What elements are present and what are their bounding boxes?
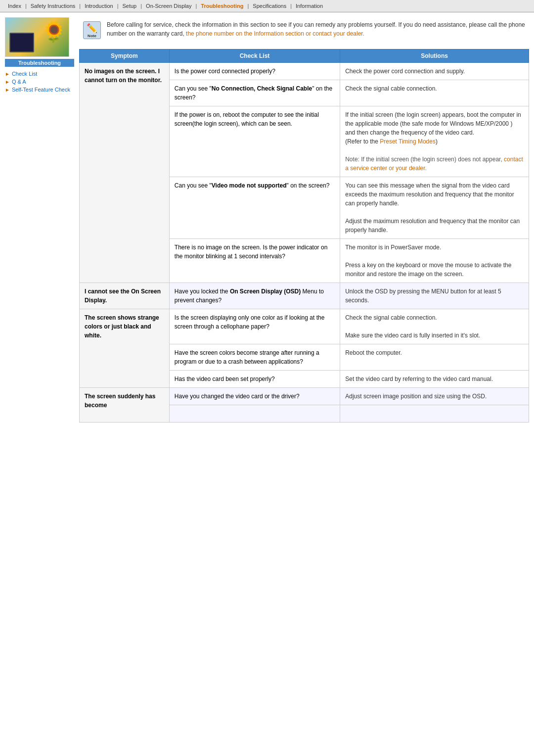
nav-item-osd[interactable]: On-Screen Display [142, 2, 195, 10]
sidebar-nav-item-selftest[interactable]: ► Self-Test Feature Check [5, 87, 74, 93]
arrow-icon-checklist: ► [5, 71, 10, 77]
solution-cell-2-1: Unlock the OSD by pressing the MENU butt… [340, 283, 529, 309]
checklist-cell-2-1: Have you locked the On Screen Display (O… [169, 283, 340, 309]
checklist-cell-1-3: If the power is on, reboot the computer … [169, 106, 340, 177]
solution-cell-4-2 [340, 405, 529, 423]
solution-cell-1-5: The monitor is in PowerSaver mode. Press… [340, 239, 529, 283]
monitor-decorative [9, 33, 34, 52]
checklist-cell-4-1: Have you changed the video card or the d… [169, 388, 340, 405]
sidebar-nav: ► Check List ► Q & A ► Self-Test Feature… [5, 71, 74, 93]
table-row: The screen suddenly has become Have you … [80, 388, 529, 405]
arrow-icon-selftest: ► [5, 87, 10, 93]
sidebar-nav-item-qa[interactable]: ► Q & A [5, 79, 74, 85]
sidebar-label: Troubleshooting [5, 59, 74, 67]
solution-cell-4-1: Adjust screen image position and size us… [340, 388, 529, 405]
pencil-icon: ✏️ [87, 23, 97, 34]
table-row: The screen shows strange colors or just … [80, 309, 529, 344]
table-header-row: Symptom Check List Solutions [80, 49, 529, 63]
nav-item-info[interactable]: Information [292, 2, 327, 10]
solution-cell-1-1: Check the power cord connection and supp… [340, 63, 529, 80]
note-inline-1: Note: If the initial screen (the login s… [345, 156, 523, 172]
bold-text-3: On Screen Display (OSD) [230, 288, 301, 295]
solution-cell-3-1: Check the signal cable connection. Make … [340, 309, 529, 344]
checklist-cell-3-1: Is the screen displaying only one color … [169, 309, 340, 344]
contact-service-link[interactable]: contact a service center or your dealer. [345, 156, 523, 172]
header-checklist: Check List [169, 49, 340, 63]
note-icon: ✏️ Note [82, 20, 102, 40]
bold-text-2: Video mode not supported [212, 182, 287, 189]
solution-cell-1-3: If the initial screen (the login screen)… [340, 106, 529, 177]
note-icon-inner: ✏️ Note [83, 21, 101, 39]
sidebar-nav-item-checklist[interactable]: ► Check List [5, 71, 74, 77]
table-row: I cannot see the On Screen Display. Have… [80, 283, 529, 309]
note-box: ✏️ Note Before calling for service, chec… [79, 17, 529, 43]
sidebar-image: 🌻 [5, 17, 69, 57]
flower-decorative: 🌻 [42, 20, 66, 44]
nav-item-intro[interactable]: Introduction [81, 2, 117, 10]
header-solutions: Solutions [340, 49, 529, 63]
note-icon-label: Note [88, 34, 96, 38]
note-link[interactable]: the phone number on the Information sect… [186, 30, 364, 37]
header-symptom: Symptom [80, 49, 170, 63]
content-area: ✏️ Note Before calling for service, chec… [79, 17, 529, 423]
nav-item-safety[interactable]: Safety Instructions [27, 2, 80, 10]
top-navigation: Index | Safety Instructions | Introducti… [0, 0, 534, 12]
sidebar-link-qa[interactable]: Q & A [12, 79, 26, 85]
checklist-cell-1-2: Can you see "No Connection, Check Signal… [169, 80, 340, 106]
bold-text-1: No Connection, Check Signal Cable [212, 85, 312, 92]
table-row: No images on the screen. I cannot turn o… [80, 63, 529, 80]
sidebar-link-selftest[interactable]: Self-Test Feature Check [12, 87, 70, 93]
checklist-cell-3-3: Has the video card been set properly? [169, 371, 340, 388]
symptom-cell-2: I cannot see the On Screen Display. [80, 283, 170, 309]
nav-item-troubleshooting[interactable]: Troubleshooting [197, 2, 247, 10]
nav-item-index[interactable]: Index [4, 2, 25, 10]
solution-cell-1-2: Check the signal cable connection. [340, 80, 529, 106]
solution-cell-3-3: Set the video card by referring to the v… [340, 371, 529, 388]
checklist-cell-3-2: Have the screen colors become strange af… [169, 344, 340, 371]
nav-item-specs[interactable]: Specifications [249, 2, 290, 10]
checklist-cell-1-1: Is the power cord connected properly? [169, 63, 340, 80]
checklist-cell-4-2 [169, 405, 340, 423]
checklist-cell-1-5: There is no image on the screen. Is the … [169, 239, 340, 283]
troubleshoot-table: Symptom Check List Solutions No images o… [79, 49, 529, 423]
main-container: 🌻 Troubleshooting ► Check List ► Q & A ►… [0, 12, 534, 427]
solution-cell-3-2: Reboot the computer. [340, 344, 529, 371]
arrow-icon-qa: ► [5, 79, 10, 85]
checklist-cell-1-4: Can you see "Video mode not supported" o… [169, 177, 340, 239]
preset-timing-link[interactable]: Preset Timing Modes [380, 138, 436, 145]
note-text: Before calling for service, check the in… [107, 20, 526, 38]
symptom-cell-4: The screen suddenly has become [80, 388, 170, 423]
symptom-cell-1: No images on the screen. I cannot turn o… [80, 63, 170, 283]
sidebar: 🌻 Troubleshooting ► Check List ► Q & A ►… [5, 17, 74, 423]
solution-cell-1-4: You can see this message when the signal… [340, 177, 529, 239]
sidebar-link-checklist[interactable]: Check List [12, 71, 37, 77]
nav-item-setup[interactable]: Setup [118, 2, 140, 10]
symptom-cell-3: The screen shows strange colors or just … [80, 309, 170, 388]
